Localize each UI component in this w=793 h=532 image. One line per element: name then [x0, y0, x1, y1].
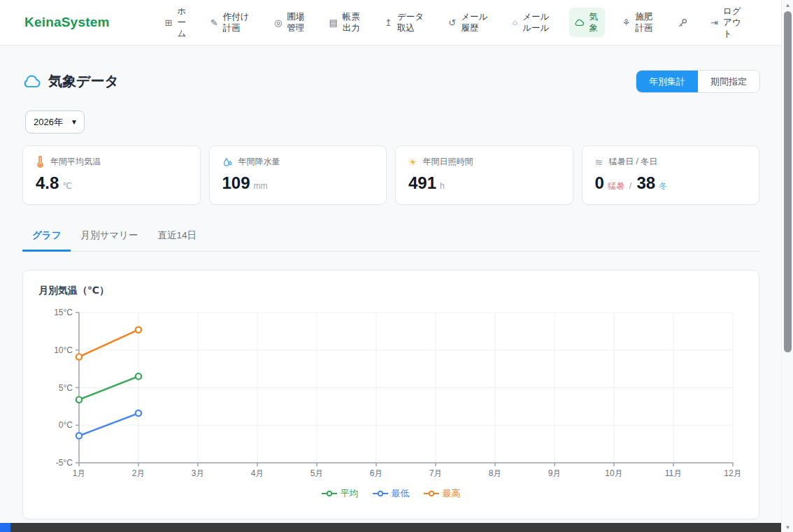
stat-card-value: 109mm	[222, 173, 374, 193]
legend-marker-icon	[424, 490, 439, 497]
stat-card-value: 491h	[408, 173, 560, 193]
svg-text:7月: 7月	[429, 468, 443, 478]
legend-label: 最低	[392, 487, 410, 500]
scrollbar-up-arrow[interactable]: ▲	[782, 0, 793, 10]
svg-text:6月: 6月	[370, 468, 383, 478]
svg-text:11月: 11月	[665, 468, 682, 478]
droplet-icon	[222, 157, 233, 168]
svg-text:4月: 4月	[251, 468, 264, 478]
chart-legend: 平均最低最高	[38, 487, 743, 500]
tab-月別サマリー[interactable]: 月別サマリー	[71, 223, 148, 252]
sprout-icon: ⚘	[622, 18, 631, 27]
grid-icon: ⊞	[165, 18, 173, 27]
svg-text:5月: 5月	[310, 468, 324, 478]
svg-text:10°C: 10°C	[54, 345, 73, 355]
legend-item-平均[interactable]: 平均	[322, 487, 359, 500]
wind-icon: ≋	[595, 157, 603, 167]
year-select[interactable]: 2026年 ▼	[25, 110, 85, 134]
tab-グラフ[interactable]: グラフ	[22, 223, 71, 252]
nav-item-label: メール履歴	[461, 11, 490, 34]
nav-item-label: 圃場管理	[287, 11, 306, 34]
legend-label: 最高	[443, 487, 461, 500]
nav-item-label: 作付け計画	[223, 11, 252, 34]
monthly-temperature-chart: -5°C0°C5°C10°C15°C1月2月3月4月5月6月7月8月9月10月1…	[38, 307, 743, 480]
stat-card: 年間平均気温4.8℃	[22, 145, 201, 205]
nav-item-label: 気象	[590, 11, 600, 34]
svg-text:15°C: 15°C	[54, 308, 73, 317]
legend-item-最低[interactable]: 最低	[373, 487, 410, 500]
year-select-value: 2026年	[34, 116, 63, 129]
thermometer-icon	[36, 156, 45, 168]
nav-item-label: メールルール	[522, 11, 551, 34]
nav-item-施肥計画[interactable]: ⚘施肥計画	[617, 8, 660, 38]
nav-item-データ取込[interactable]: ↥データ取込	[380, 8, 431, 38]
stat-card-value: 4.8℃	[36, 173, 187, 193]
legend-label: 平均	[341, 487, 359, 500]
nav-item-label: データ取込	[397, 11, 426, 34]
legend-item-最高[interactable]: 最高	[424, 487, 461, 500]
taskbar-accent-button[interactable]	[0, 523, 10, 532]
stat-card: ☀年間日照時間491h	[395, 145, 573, 205]
sun-icon: ☀	[408, 157, 417, 167]
upload-icon: ↥	[385, 18, 392, 27]
svg-text:8月: 8月	[489, 468, 502, 478]
top-nav: KeinaSystem ⊞ホーム✎作付け計画◎圃場管理▤帳票出力↥データ取込↺メ…	[0, 0, 781, 45]
nav-item-気象[interactable]: 気象	[569, 8, 605, 38]
cloud-icon	[574, 18, 585, 27]
nav-item-ホーム[interactable]: ⊞ホーム	[160, 2, 193, 43]
stat-card-label: ≋猛暑日 / 冬日	[595, 156, 747, 168]
pen-icon: ✎	[210, 18, 218, 27]
stat-card-label: 年間降水量	[222, 156, 374, 168]
nav-item-key[interactable]	[673, 14, 693, 31]
svg-text:3月: 3月	[192, 468, 205, 478]
scrollbar-thumb[interactable]	[784, 11, 792, 352]
nav-item-label: ログアウト	[723, 6, 743, 40]
taskbar	[0, 523, 781, 532]
stat-card: 年間降水量109mm	[209, 145, 387, 205]
chevron-down-icon: ▼	[71, 118, 78, 126]
stat-cards: 年間平均気温4.8℃年間降水量109mm☀年間日照時間491h≋猛暑日 / 冬日…	[22, 145, 759, 205]
toggle-yearly-summary[interactable]: 年別集計	[636, 71, 698, 92]
nav-item-label: ホーム	[177, 6, 187, 40]
stat-card-label: ☀年間日照時間	[408, 156, 560, 168]
svg-text:2月: 2月	[132, 468, 145, 478]
nav-item-圃場管理[interactable]: ◎圃場管理	[269, 8, 311, 38]
svg-text:12月: 12月	[724, 468, 741, 478]
svg-text:5°C: 5°C	[59, 383, 73, 393]
stat-card-value: 0猛暑/38冬	[595, 173, 747, 193]
scrollbar[interactable]: ▲ ▼	[781, 0, 793, 532]
nav-item-ログアウト[interactable]: ⇥ログアウト	[706, 2, 748, 43]
chart-title: 月別気温（℃）	[38, 285, 743, 297]
svg-text:1月: 1月	[73, 468, 86, 478]
nav-item-label: 施肥計画	[635, 11, 655, 34]
tab-bar: グラフ月別サマリー直近14日	[22, 223, 759, 252]
logout-icon: ⇥	[710, 18, 718, 27]
svg-text:0°C: 0°C	[59, 420, 73, 430]
nav-item-作付け計画[interactable]: ✎作付け計画	[206, 8, 257, 38]
key-icon	[678, 17, 688, 28]
view-toggle: 年別集計 期間指定	[636, 71, 759, 92]
rule-icon: ○	[512, 18, 517, 27]
nav-item-帳票出力[interactable]: ▤帳票出力	[324, 8, 367, 38]
svg-text:9月: 9月	[548, 468, 562, 478]
nav-menu: ⊞ホーム✎作付け計画◎圃場管理▤帳票出力↥データ取込↺メール履歴○メールルール気…	[160, 2, 748, 43]
nav-item-メールルール[interactable]: ○メールルール	[507, 8, 556, 38]
pin-icon: ◎	[274, 18, 282, 27]
toggle-period-select[interactable]: 期間指定	[698, 71, 759, 92]
brand-logo[interactable]: KeinaSystem	[24, 15, 110, 30]
legend-marker-icon	[322, 490, 337, 497]
svg-text:-5°C: -5°C	[56, 458, 73, 468]
page-title: 気象データ	[48, 72, 119, 91]
scrollbar-down-arrow[interactable]: ▼	[782, 522, 793, 532]
weather-cloud-icon	[22, 74, 41, 89]
nav-item-label: 帳票出力	[343, 11, 362, 34]
stat-card: ≋猛暑日 / 冬日0猛暑/38冬	[582, 145, 760, 205]
chart-card: 月別気温（℃） -5°C0°C5°C10°C15°C1月2月3月4月5月6月7月…	[22, 270, 759, 519]
svg-text:10月: 10月	[605, 468, 622, 478]
legend-marker-icon	[373, 490, 388, 497]
nav-item-メール履歴[interactable]: ↺メール履歴	[443, 8, 494, 38]
main-content: 気象データ 年別集計 期間指定 2026年 ▼ 年間平均気温4.8℃年間降水量1…	[0, 45, 781, 523]
document-icon: ▤	[329, 18, 338, 27]
stat-card-label: 年間平均気温	[36, 156, 187, 168]
tab-直近14日[interactable]: 直近14日	[148, 223, 206, 252]
